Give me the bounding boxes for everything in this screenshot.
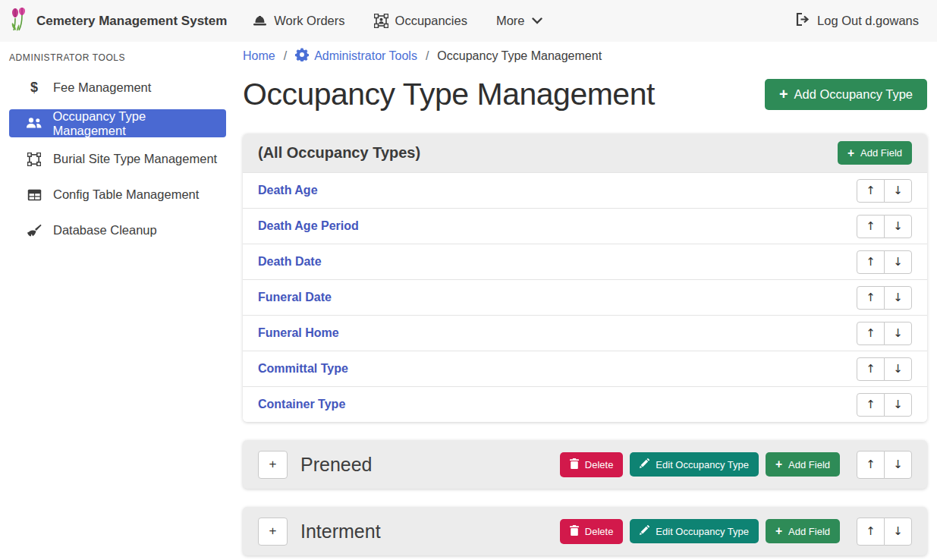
nav-label: Occupancies [395, 14, 467, 28]
occupancy-frame-icon [374, 14, 388, 28]
field-row-list: Death Age ↑ ↓ Death Age Period ↑ ↓ Death… [243, 172, 927, 422]
breadcrumb-home-link[interactable]: Home [243, 49, 275, 63]
field-link[interactable]: Committal Type [258, 362, 348, 376]
field-link[interactable]: Death Date [258, 255, 322, 269]
add-field-button[interactable]: + Add Field [838, 141, 912, 165]
sidebar-item-occupancy-type-management[interactable]: Occupancy Type Management [9, 109, 226, 137]
chevron-down-icon [532, 17, 542, 24]
pencil-icon [640, 458, 649, 470]
nav-occupancies[interactable]: Occupancies [374, 14, 467, 28]
add-occupancy-type-button[interactable]: + Add Occupancy Type [765, 79, 927, 111]
all-occupancy-types-card: (All Occupancy Types) + Add Field Death … [243, 134, 927, 422]
sign-out-icon [796, 13, 810, 29]
field-link[interactable]: Death Age Period [258, 219, 359, 233]
edit-occupancy-type-button[interactable]: Edit Occupancy Type [630, 452, 759, 477]
occupancy-type-section: + Interment Delete [243, 507, 927, 555]
add-field-button[interactable]: + Add Field [766, 519, 840, 543]
plus-icon: + [847, 147, 854, 159]
move-down-button[interactable]: ↓ [884, 286, 912, 310]
move-up-button[interactable]: ↑ [857, 357, 885, 381]
move-down-button[interactable]: ↓ [884, 357, 912, 381]
move-up-button[interactable]: ↑ [857, 518, 885, 546]
sidebar-item-label: Occupancy Type Management [52, 109, 219, 138]
sidebar-item-burial-site-type-management[interactable]: Burial Site Type Management [9, 145, 226, 173]
sidebar-item-fee-management[interactable]: $ Fee Management [9, 74, 226, 102]
breadcrumb-separator: / [417, 49, 437, 63]
section-actions: Delete Edit Occupancy Type + Add Field ↑ [560, 518, 912, 546]
table-icon [25, 189, 43, 201]
occupancy-type-sections: + Preneed Delete [243, 440, 927, 555]
delete-button[interactable]: Delete [560, 519, 624, 544]
sidebar-item-label: Config Table Management [53, 187, 199, 202]
expand-section-button[interactable]: + [258, 451, 288, 479]
sidebar-item-label: Fee Management [53, 80, 151, 95]
reorder-button-group: ↑ ↓ [857, 357, 912, 381]
breadcrumb-separator: / [275, 49, 295, 63]
table-row: Death Age ↑ ↓ [243, 172, 927, 208]
dollar-icon: $ [25, 80, 43, 96]
app-title: Cemetery Management System [36, 14, 227, 29]
breadcrumb-label: Home [243, 49, 275, 63]
delete-button[interactable]: Delete [560, 452, 624, 477]
all-types-card-header: (All Occupancy Types) + Add Field [243, 134, 927, 172]
move-down-button[interactable]: ↓ [884, 451, 912, 479]
button-label: Delete [585, 526, 614, 537]
sidebar-item-label: Burial Site Type Management [53, 152, 217, 166]
section-title: Preneed [300, 454, 560, 476]
vector-square-icon [25, 153, 43, 166]
tulip-logo-icon [9, 8, 29, 35]
move-up-button[interactable]: ↑ [857, 215, 885, 238]
top-navbar: Cemetery Management System Work Orders [0, 0, 937, 42]
button-label: Edit Occupancy Type [656, 459, 749, 470]
move-down-button[interactable]: ↓ [884, 393, 912, 417]
move-down-button[interactable]: ↓ [884, 518, 912, 546]
move-up-button[interactable]: ↑ [857, 322, 885, 345]
nav-work-orders[interactable]: Work Orders [253, 14, 344, 28]
move-down-button[interactable]: ↓ [884, 322, 912, 345]
button-label: Add Occupancy Type [794, 87, 913, 102]
field-link[interactable]: Death Age [258, 184, 318, 197]
move-up-button[interactable]: ↑ [857, 393, 885, 417]
reorder-button-group: ↑ ↓ [857, 286, 912, 310]
field-link[interactable]: Funeral Date [258, 291, 332, 304]
move-up-button[interactable]: ↑ [857, 451, 885, 479]
sidebar-item-config-table-management[interactable]: Config Table Management [9, 181, 226, 209]
trash-icon [570, 525, 579, 538]
move-up-button[interactable]: ↑ [857, 250, 885, 274]
trash-icon [570, 458, 579, 471]
sidebar-item-label: Database Cleanup [53, 223, 157, 238]
reorder-button-group: ↑ ↓ [857, 215, 912, 238]
move-up-button[interactable]: ↑ [857, 179, 885, 203]
breadcrumb-admin-tools-link[interactable]: Administrator Tools [295, 48, 417, 64]
button-label: Edit Occupancy Type [656, 526, 749, 537]
nav-more[interactable]: More [496, 14, 542, 28]
breadcrumb: Home / Administrator Tools / Occupancy T… [243, 48, 927, 64]
nav-label: More [496, 14, 525, 28]
reorder-button-group: ↑ ↓ [857, 393, 912, 417]
table-row: Death Date ↑ ↓ [243, 244, 927, 279]
add-field-button[interactable]: + Add Field [766, 452, 840, 477]
nav-label: Work Orders [274, 14, 344, 28]
field-link[interactable]: Funeral Home [258, 326, 339, 340]
move-down-button[interactable]: ↓ [884, 179, 912, 203]
app-brand[interactable]: Cemetery Management System [9, 8, 227, 35]
sidebar-section-label: ADMINISTRATOR TOOLS [0, 46, 235, 74]
move-down-button[interactable]: ↓ [884, 250, 912, 274]
move-down-button[interactable]: ↓ [884, 215, 912, 238]
field-link[interactable]: Container Type [258, 398, 345, 411]
card-title: (All Occupancy Types) [258, 144, 420, 162]
main-content: Home / Administrator Tools / Occupancy T… [235, 42, 937, 560]
reorder-button-group: ↑ ↓ [857, 322, 912, 345]
section-actions: Delete Edit Occupancy Type + Add Field ↑ [560, 451, 912, 479]
reorder-button-group: ↑ ↓ [857, 179, 912, 203]
breadcrumb-label: Administrator Tools [314, 49, 417, 63]
sidebar-item-database-cleanup[interactable]: Database Cleanup [9, 216, 226, 244]
logout-button[interactable]: Log Out d.gowans [796, 13, 919, 29]
reorder-button-group: ↑ ↓ [857, 451, 912, 479]
edit-occupancy-type-button[interactable]: Edit Occupancy Type [630, 519, 759, 543]
plus-icon: + [779, 87, 788, 102]
expand-section-button[interactable]: + [258, 518, 288, 546]
move-up-button[interactable]: ↑ [857, 286, 885, 310]
reorder-button-group: ↑ ↓ [857, 518, 912, 546]
table-row: Container Type ↑ ↓ [243, 386, 927, 422]
